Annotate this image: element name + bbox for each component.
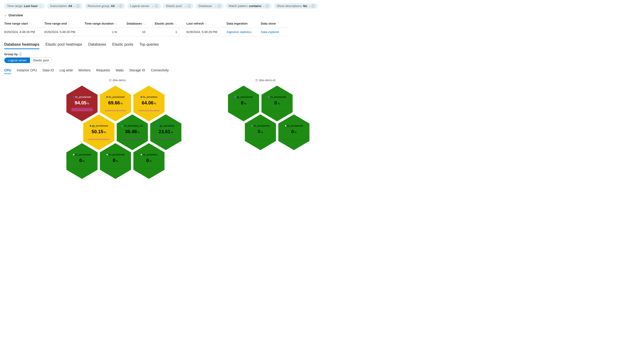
hex-value: 0% [133, 158, 165, 163]
sort-icon: ↑↓ [29, 22, 31, 25]
info-icon[interactable]: i [19, 53, 22, 56]
sort-icon: ↑↓ [205, 22, 208, 25]
col-duration[interactable]: Time range duration↑↓ [85, 20, 127, 28]
metric-tab-data-io[interactable]: Data IO [43, 68, 54, 74]
metric-tab-waits[interactable]: Waits [116, 68, 124, 74]
overview-table: Time range start↑↓ Time range end↑↓ Time… [4, 20, 289, 36]
hex-db-name: hs_provisioned [261, 96, 293, 98]
col-start[interactable]: Time range start↑↓ [4, 20, 45, 28]
sort-icon: ↑↓ [115, 22, 117, 25]
hex-db-name: gp_serverless [149, 124, 182, 127]
metric-tab-workers[interactable]: Workers [79, 68, 91, 74]
cube-icon [109, 79, 112, 82]
cluster-title: dbw-demo [109, 79, 126, 82]
sparkline [233, 108, 254, 111]
main-tab-elastic-pool-heatmaps[interactable]: Elastic pool heatmaps [46, 42, 82, 49]
cluster-dbw-demo: dbw-demobc_provisioned94.05%hs_provision… [66, 85, 180, 183]
filter-pill-2[interactable]: Resource group:All⌄i [85, 3, 125, 9]
hex-db-name: hs_provisioned [99, 96, 132, 98]
main-tabs: Database heatmapsElastic pool heatmapsDa… [0, 40, 633, 49]
filter-pill-6[interactable]: Match pattern:contains⌄i [226, 3, 272, 9]
status-dot-icon [251, 125, 253, 127]
filter-bar: Time range:Last hour⌄Subscription:All⌄iR… [0, 0, 633, 10]
data-store-link[interactable]: Data explorer [261, 30, 279, 34]
overview-header[interactable]: ⌄ Overview [0, 10, 633, 18]
hex-db-name: bc_provisioned [66, 96, 98, 98]
hex-db-name: bc_provisioned [278, 124, 310, 127]
filter-pill-7[interactable]: Show descriptions:No⌄i [274, 3, 317, 9]
hex-value: 0% [227, 100, 260, 106]
sparkline [105, 108, 126, 111]
group-by: Group by i Logical serverElastic pool [0, 49, 633, 65]
main-tab-top-queries[interactable]: Top queries [139, 42, 159, 49]
sparkline [267, 108, 288, 111]
col-databases[interactable]: Databases↑↓ [127, 20, 155, 28]
chevron-down-icon[interactable]: ⌄ [4, 14, 7, 17]
sort-icon: ↑↓ [143, 22, 145, 25]
filter-pill-3[interactable]: Logical server:⌄i [127, 3, 161, 9]
info-icon[interactable]: i [119, 4, 122, 8]
filter-label: Time range: [7, 4, 23, 8]
sparkline [72, 165, 93, 169]
hex-db-name: hs_serverless [133, 153, 165, 156]
hex-tile-hs_provisioned[interactable]: hs_provisioned0% [99, 142, 132, 180]
status-dot-icon [234, 96, 236, 98]
ingestion-link[interactable]: Ingestion statistics [227, 30, 252, 34]
info-icon[interactable]: i [266, 4, 269, 8]
filter-pill-1[interactable]: Subscription:All⌄i [47, 3, 83, 9]
col-refresh[interactable]: Last refresh↑↓ [186, 20, 227, 28]
status-dot-icon [106, 154, 108, 156]
sparkline [250, 136, 271, 140]
hex-db-name: hs_serverless [133, 96, 165, 98]
hex-value: 0% [261, 100, 293, 106]
filter-label: Show descriptions: [277, 4, 302, 8]
cell-duration: 1 hr [85, 28, 127, 36]
info-icon[interactable]: i [311, 4, 315, 8]
main-tab-databases[interactable]: Databases [88, 42, 106, 49]
group-by-label: Group by i [4, 52, 629, 56]
info-icon[interactable]: i [76, 4, 80, 8]
hex-db-name: bc_provisioned [66, 153, 98, 156]
chevron-down-icon: ⌄ [215, 5, 217, 7]
sparkline [138, 165, 160, 169]
filter-value: No [303, 4, 307, 8]
status-dot-icon [73, 154, 75, 156]
filter-pill-5[interactable]: Database:⌄i [196, 3, 223, 9]
main-tab-database-heatmaps[interactable]: Database heatmaps [4, 42, 39, 49]
sort-icon: ↑↓ [175, 22, 177, 25]
metric-tab-cpu[interactable]: CPU [4, 68, 11, 74]
info-icon[interactable]: i [155, 4, 158, 8]
metric-tab-log-write[interactable]: Log write [60, 68, 73, 74]
cell-epools: 1 [155, 28, 186, 36]
group-by-option-logical-server[interactable]: Logical server [5, 58, 30, 63]
cell-databases: 10 [127, 28, 155, 36]
main-tab-elastic-pools[interactable]: Elastic pools [112, 42, 133, 49]
metric-tab-instance-cpu[interactable]: Instance CPU [17, 68, 37, 74]
hex-tile-bc_provisioned[interactable]: bc_provisioned0% [244, 114, 277, 151]
cell-refresh: 8/29/2024, 5:48:28 PM [186, 28, 227, 36]
cluster-title: dbw-demo-dr [255, 79, 276, 82]
hex-tile-hs_serverless[interactable]: hs_serverless0% [133, 142, 165, 180]
sparkline [72, 108, 93, 111]
metric-tab-connectivity[interactable]: Connectivity [151, 68, 169, 74]
cell-start: 8/29/2024, 4:48:28 PM [4, 28, 45, 36]
cluster-dbw-demo-dr: dbw-demo-drgp_provisioned0%hs_provisione… [227, 85, 309, 155]
hex-tile-bc_provisioned[interactable]: bc_provisioned0% [278, 114, 310, 151]
hex-value: 36.48% [116, 129, 149, 134]
metric-tab-requests[interactable]: Requests [96, 68, 110, 74]
hex-tile-bc_provisioned[interactable]: bc_provisioned0% [66, 142, 98, 180]
hex-value: 94.05% [66, 100, 98, 106]
filter-label: Elastic pool: [166, 4, 182, 8]
col-epools[interactable]: Elastic pools↑↓ [155, 20, 186, 28]
filter-pill-0[interactable]: Time range:Last hour⌄ [4, 3, 45, 9]
col-end[interactable]: Time range end↑↓ [45, 20, 85, 28]
status-dot-icon [90, 125, 91, 127]
hex-value: 0% [278, 129, 310, 134]
hex-db-name: gp_provisioned [227, 96, 260, 98]
metric-tab-storage-io[interactable]: Storage IO [130, 68, 145, 74]
group-by-option-elastic-pool[interactable]: Elastic pool [30, 58, 52, 63]
info-icon[interactable]: i [187, 4, 191, 8]
filter-pill-4[interactable]: Elastic pool:⌄i [163, 3, 193, 9]
hex-value: 50.15% [83, 129, 115, 134]
info-icon[interactable]: i [218, 4, 221, 8]
